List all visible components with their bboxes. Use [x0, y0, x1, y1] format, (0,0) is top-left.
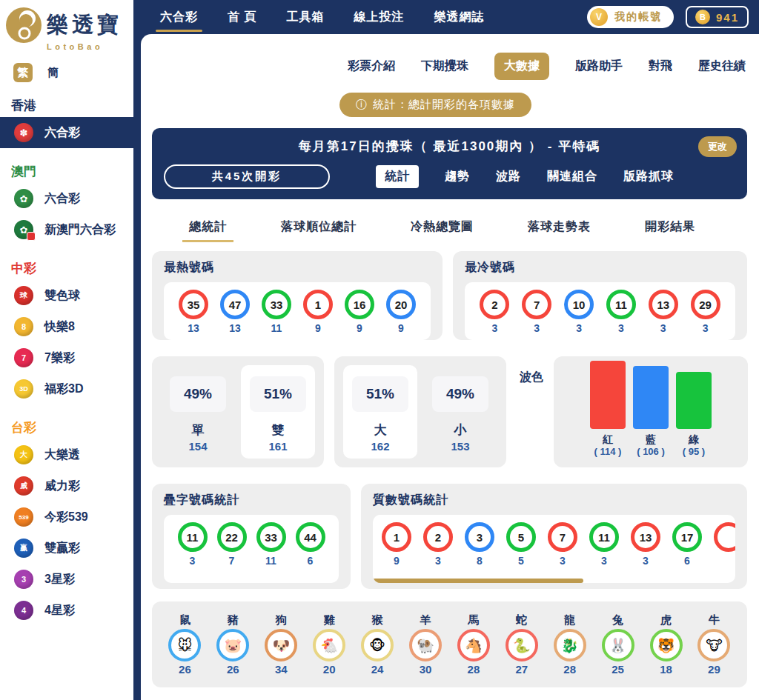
zodiac-count: 26 [227, 663, 239, 676]
fucai3d-icon: 3D [14, 379, 33, 399]
lottery-ball: 2 [480, 290, 509, 319]
hot-ball: 19 [303, 290, 333, 334]
sidebar-item-jincai539[interactable]: 539 今彩539 [0, 501, 141, 533]
sheep-icon: 🐏 [409, 629, 442, 661]
green-bar-label: 綠( 95 ) [676, 433, 712, 459]
subnav-item-pattern-assistant[interactable]: 版路助手 [575, 59, 623, 74]
panel-tab-pattern-catch[interactable]: 版路抓球 [623, 169, 674, 184]
small-label: 小 [454, 421, 467, 439]
lang-simplified-button[interactable]: 簡 [47, 66, 59, 80]
prime-ball: 176 [672, 522, 702, 567]
lottery-ball: 7 [522, 290, 551, 319]
topbar-right: V 我的帳號 B 941 [587, 6, 749, 28]
sidebar-item-fucai3d[interactable]: 3D 福彩3D [0, 373, 141, 404]
red-bar [590, 361, 626, 429]
hot-ball: 209 [386, 290, 416, 334]
stat-tab-drop-order[interactable]: 落球順位總計 [281, 219, 357, 235]
ratio-wave-row: 49% 單 154 51% 雙 161 51% 大 162 [152, 356, 759, 467]
even-stat: 51% 雙 161 [241, 365, 315, 459]
change-button[interactable]: 更改 [698, 136, 737, 157]
topbar-item-mark6[interactable]: 六合彩 [160, 10, 198, 25]
lottery-ball: 13 [649, 290, 678, 319]
daletou-icon: 大 [14, 445, 33, 464]
ball-count: 9 [394, 555, 400, 567]
subnav-item-next-draw[interactable]: 下期攪珠 [421, 59, 468, 74]
zodiac-item-horse: 馬🐴28 [457, 613, 490, 676]
cold-ball: 103 [564, 290, 594, 334]
stat-tab-hot-cold-overview[interactable]: 冷熱總覽圖 [411, 219, 474, 235]
panel-tab-trend[interactable]: 趨勢 [445, 169, 470, 184]
stat-tab-draw-results[interactable]: 開彩結果 [645, 219, 695, 235]
rat-icon: 🐭 [168, 629, 201, 661]
hot-numbers-balls: 3513 4713 3311 19 169 209 [164, 282, 431, 340]
ball-count: 6 [684, 555, 690, 567]
odd-label: 單 [192, 421, 205, 439]
topbar-item-toolbox[interactable]: 工具箱 [286, 10, 324, 25]
wave-color-chart-card: 紅( 114 ) 藍( 106 ) 綠( 95 ) [554, 356, 748, 467]
panel-tab-wave-road[interactable]: 波路 [496, 169, 521, 184]
sidebar-item-kuaile8[interactable]: 8 快樂8 [0, 311, 141, 342]
coin-balance-badge[interactable]: B 941 [686, 6, 749, 28]
prime-ball: 133 [631, 522, 660, 567]
sidebar-item-weilicai[interactable]: 威 威力彩 [0, 470, 141, 501]
lottery-ball: 44 [296, 522, 325, 552]
odd-stat: 49% 單 154 [161, 365, 235, 459]
even-percent: 51% [250, 376, 306, 412]
subnav-item-big-data[interactable]: 大數據 [494, 53, 549, 80]
my-account-button[interactable]: V 我的帳號 [587, 6, 674, 28]
sidebar-item-sanxingcai[interactable]: 3 3星彩 [0, 564, 141, 595]
prime-numbers-title: 質數號碼統計 [373, 493, 735, 508]
rooster-icon: 🐔 [313, 629, 345, 661]
sidebar-section-taiwan: 台彩 [0, 419, 141, 436]
subnav-item-lottery-intro[interactable]: 彩票介紹 [348, 59, 395, 74]
sidebar-item-hk-mark6[interactable]: ✽ 六合彩 [0, 117, 141, 148]
my-account-label: 我的帳號 [614, 10, 662, 24]
topbar: 六合彩 首 頁 工具箱 線上投注 樂透網誌 V 我的帳號 B 941 [141, 0, 759, 34]
sidebar-item-shuangseqiu[interactable]: 球 雙色球 [0, 280, 141, 311]
brand-name: 樂透寶 [47, 10, 122, 40]
brand-logo[interactable]: 樂透寶 LotoBao [0, 0, 141, 51]
lottery-ball: 17 [672, 522, 702, 552]
info-pill-text: 統計：總計開彩的各項數據 [373, 98, 515, 112]
topbar-item-home[interactable]: 首 頁 [228, 10, 256, 25]
big-small-card: 51% 大 162 49% 小 153 [334, 356, 506, 467]
ball-count: 3 [190, 555, 196, 567]
sidebar-item-sixingcai[interactable]: 4 4星彩 [0, 595, 141, 626]
ball-count: 3 [618, 322, 624, 334]
subnav-item-history[interactable]: 歷史往績 [698, 59, 746, 74]
double-numbers-title: 疊字號碼統計 [164, 493, 339, 508]
lottery-ball: 5 [506, 522, 536, 552]
topbar-item-online-betting[interactable]: 線上投注 [354, 10, 404, 25]
macau-lotus-icon: ✿ [14, 189, 33, 208]
weilicai-icon: 威 [14, 476, 33, 496]
sidebar-item-label: 新澳門六合彩 [44, 222, 116, 238]
sidebar-item-macau-mark6[interactable]: ✿ 六合彩 [0, 183, 141, 214]
cold-numbers-title: 最冷號碼 [465, 260, 735, 276]
lottery-ball: 7 [548, 522, 577, 552]
subnav-item-duifei[interactable]: 對飛 [649, 59, 672, 74]
stats-info-pill: ⓘ 統計：總計開彩的各項數據 [339, 93, 531, 117]
topbar-item-blog[interactable]: 樂透網誌 [434, 10, 484, 25]
tiger-icon: 🐯 [650, 629, 683, 661]
panel-tab-statistics[interactable]: 統計 [376, 165, 419, 188]
stat-tab-total[interactable]: 總統計 [189, 219, 227, 235]
small-stat: 49% 小 153 [423, 365, 497, 459]
lang-traditional-button[interactable]: 繁 [13, 63, 33, 82]
kuaile8-icon: 8 [14, 317, 33, 336]
sidebar-item-qilecai[interactable]: 7 7樂彩 [0, 342, 141, 373]
sidebar-item-daletou[interactable]: 大 大樂透 [0, 439, 141, 470]
sidebar-item-shuangyingcai[interactable]: 贏 雙贏彩 [0, 533, 141, 564]
double-prime-row: 疊字號碼統計 113 227 3311 446 質數號碼統計 19 23 38 … [152, 484, 759, 589]
sidebar-item-new-macau-mark6[interactable]: ✿ 新澳門六合彩 [0, 214, 141, 245]
stat-tab-drop-trend[interactable]: 落球走勢表 [528, 219, 591, 235]
prime-scrollbar-thumb[interactable] [373, 579, 583, 583]
main-area: 六合彩 首 頁 工具箱 線上投注 樂透網誌 V 我的帳號 B 941 彩票介紹 … [141, 0, 759, 700]
zodiac-item-pig: 豬🐷26 [216, 613, 249, 676]
shuangyingcai-icon: 贏 [14, 539, 33, 558]
blue-bar-label: 藍( 106 ) [633, 433, 669, 459]
small-percent: 49% [432, 376, 488, 412]
panel-tab-related-combos[interactable]: 關連組合 [547, 169, 597, 184]
double-numbers-balls: 113 227 3311 446 [164, 515, 339, 583]
zodiac-item-dragon: 龍🐉28 [554, 613, 586, 676]
zodiac-item-monkey: 猴🐵24 [361, 613, 394, 676]
